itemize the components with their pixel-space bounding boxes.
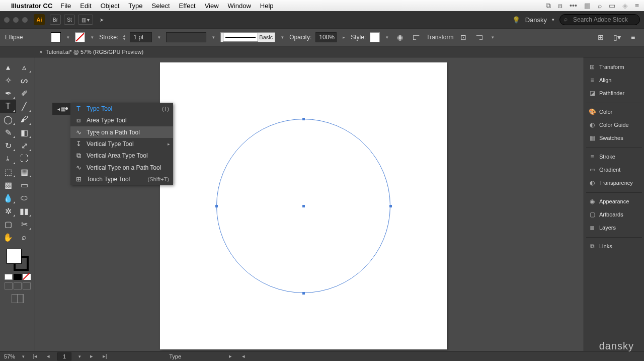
- hand-tool[interactable]: ✋: [0, 231, 16, 244]
- opacity-dropdown-icon[interactable]: ▸: [341, 32, 347, 42]
- magic-wand-tool[interactable]: ✧: [0, 74, 16, 87]
- doc-setup-icon[interactable]: ▯▾: [611, 32, 623, 43]
- center-point[interactable]: [302, 205, 305, 207]
- perspective-grid-tool[interactable]: ▦: [16, 165, 32, 178]
- scale-tool[interactable]: ⤢: [16, 139, 32, 152]
- width-tool[interactable]: ⫰: [0, 152, 16, 165]
- panel-links[interactable]: ⧉Links: [586, 240, 642, 253]
- control-center-icon[interactable]: ≡: [635, 2, 639, 10]
- ellipse-tool[interactable]: ◯: [0, 113, 16, 126]
- flyout-type-on-path-tool[interactable]: ∿ Type on a Path Tool: [70, 126, 173, 138]
- blend-tool[interactable]: ⬭: [16, 191, 32, 204]
- menu-window[interactable]: Window: [228, 2, 251, 10]
- stroke-weight-dropdown-icon[interactable]: ▾: [156, 32, 162, 42]
- variable-width-profile[interactable]: [166, 32, 206, 42]
- draw-inside-icon[interactable]: [23, 282, 31, 290]
- minimize-window[interactable]: [13, 17, 19, 23]
- align-icon[interactable]: ⫍: [410, 32, 422, 43]
- document-tab-title[interactable]: Tutorial.ai* @ 57% (RGB/GPU Preview): [45, 49, 143, 55]
- app-name[interactable]: Illustrator CC: [11, 2, 52, 10]
- tab-close-icon[interactable]: ×: [39, 49, 42, 55]
- window-controls[interactable]: [4, 17, 28, 23]
- close-window[interactable]: [4, 17, 10, 23]
- menu-edit[interactable]: Edit: [80, 2, 91, 10]
- panel-pathfinder[interactable]: ◪Pathfinder: [586, 87, 642, 100]
- pen-tool[interactable]: ✒: [0, 87, 16, 100]
- shape-builder-tool[interactable]: ⬚: [0, 165, 16, 178]
- stroke-weight-input[interactable]: 1 pt: [130, 32, 152, 42]
- gradient-mode-icon[interactable]: [14, 274, 22, 280]
- stroke-swatch-dropdown-icon[interactable]: ▾: [89, 32, 95, 42]
- wifi-icon[interactable]: ◈: [622, 2, 628, 10]
- gpu-button[interactable]: ➤: [96, 15, 107, 25]
- artboard-number[interactable]: 1: [57, 352, 71, 360]
- stroke-down-icon[interactable]: ▼: [122, 37, 126, 41]
- color-mode-icon[interactable]: [5, 274, 13, 280]
- user-name[interactable]: Dansky: [525, 16, 547, 24]
- edit-clip-icon[interactable]: ⫎: [473, 32, 486, 43]
- width-profile-dropdown-icon[interactable]: ▾: [210, 32, 216, 42]
- line-segment-tool[interactable]: ╱: [16, 100, 32, 113]
- zoom-dropdown-icon[interactable]: ▾: [20, 351, 26, 362]
- flyout-type-tool[interactable]: T Type Tool (T): [70, 103, 173, 114]
- flyout-vertical-type-on-path-tool[interactable]: ∿ Vertical Type on a Path Tool: [70, 162, 173, 173]
- column-graph-tool[interactable]: ▮▮: [16, 204, 32, 218]
- fill-indicator[interactable]: [7, 249, 22, 264]
- hint-icon[interactable]: 💡: [512, 16, 520, 24]
- menu-select[interactable]: Select: [151, 2, 170, 10]
- bridge-button[interactable]: Br: [50, 15, 61, 25]
- grid-icon[interactable]: ▦: [584, 2, 591, 10]
- anchor-point[interactable]: [215, 205, 218, 207]
- flyout-area-type-tool[interactable]: ⧈ Area Type Tool: [70, 114, 173, 126]
- rotate-tool[interactable]: ↻: [0, 139, 16, 152]
- zoom-level[interactable]: 57%: [4, 353, 15, 359]
- fill-swatch[interactable]: [51, 32, 61, 42]
- anchor-point[interactable]: [302, 292, 305, 295]
- panel-transparency[interactable]: ◐Transparency: [586, 176, 642, 189]
- date-icon[interactable]: ▭: [609, 2, 615, 10]
- menu-help[interactable]: Help: [260, 2, 274, 10]
- artboard-tool[interactable]: ▢: [0, 218, 16, 231]
- eraser-tool[interactable]: ◧: [16, 126, 32, 139]
- grid-view-icon[interactable]: ⊞: [595, 32, 607, 43]
- curvature-tool[interactable]: ✐: [16, 87, 32, 100]
- recolor-icon[interactable]: ◉: [394, 32, 406, 43]
- anchor-point[interactable]: [302, 118, 305, 120]
- panel-color[interactable]: 🎨Color: [586, 105, 642, 118]
- menu-type[interactable]: Type: [128, 2, 142, 10]
- menu-file[interactable]: File: [60, 2, 71, 10]
- transform-link[interactable]: Transform: [426, 34, 453, 41]
- panel-swatches[interactable]: ▦Swatches: [586, 131, 642, 145]
- panel-transform[interactable]: ⊞Transform: [586, 60, 642, 74]
- flyout-touch-type-tool[interactable]: ⊞ Touch Type Tool (Shift+T): [70, 173, 173, 185]
- shape-dropdown-icon[interactable]: ▾: [490, 32, 496, 42]
- user-dropdown-icon[interactable]: ▾: [552, 17, 554, 22]
- symbol-sprayer-tool[interactable]: ✲: [0, 204, 16, 218]
- zoom-tool[interactable]: ⌕: [16, 231, 32, 244]
- menu-effect[interactable]: Effect: [179, 2, 196, 10]
- menu-extras-icon[interactable]: •••: [570, 2, 577, 10]
- graphic-style-swatch[interactable]: [370, 32, 380, 42]
- draw-normal-icon[interactable]: [5, 282, 13, 290]
- stroke-up-icon[interactable]: ▲: [122, 34, 126, 37]
- brush-definition[interactable]: [223, 33, 258, 42]
- type-tool[interactable]: T: [0, 100, 16, 113]
- gradient-tool[interactable]: ▭: [16, 178, 32, 191]
- anchor-point[interactable]: [389, 205, 392, 207]
- selection-tool[interactable]: ▴: [0, 60, 16, 74]
- panel-appearance[interactable]: ◉Appearance: [586, 195, 642, 208]
- lasso-tool[interactable]: ᔕ: [16, 74, 32, 87]
- menu-view[interactable]: View: [205, 2, 219, 10]
- panel-artboards[interactable]: ▢Artboards: [586, 208, 642, 221]
- eyedropper-tool[interactable]: 💧: [0, 191, 16, 204]
- mesh-tool[interactable]: ▩: [0, 178, 16, 191]
- flyout-vertical-area-type-tool[interactable]: ⧉ Vertical Area Type Tool: [70, 150, 173, 162]
- dropbox-icon[interactable]: ⧈: [558, 2, 562, 10]
- pencil-tool[interactable]: ✎: [0, 126, 16, 139]
- stroke-swatch[interactable]: [75, 32, 85, 42]
- panel-gradient[interactable]: ▭Gradient: [586, 163, 642, 176]
- screen-mode-button[interactable]: [12, 294, 24, 303]
- opacity-input[interactable]: 100%: [315, 32, 337, 42]
- search-input[interactable]: Search Adobe Stock: [559, 14, 640, 25]
- panel-layers[interactable]: ≣Layers: [586, 221, 642, 234]
